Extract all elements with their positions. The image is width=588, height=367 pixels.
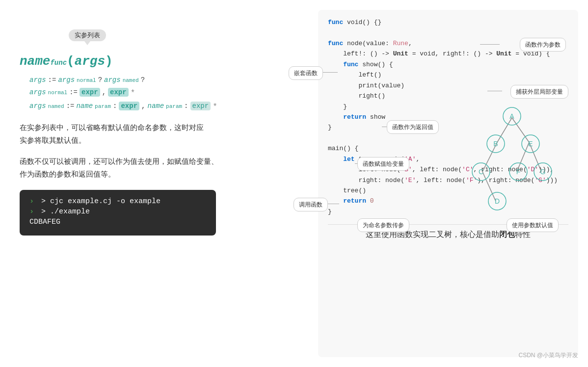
gl2-normal-sub: normal [48, 90, 68, 96]
gl1-q2: ? [141, 76, 145, 84]
svg-text:B: B [493, 140, 498, 148]
grammar-line-3: argsnamed := nameparam : expr , namepara… [29, 102, 298, 111]
gl3-expr2: expr [190, 102, 211, 110]
gl3-assign: := [66, 102, 75, 110]
callout-diaoyong: 调用函数 [294, 198, 328, 211]
gl2-expr2: expr [108, 88, 129, 97]
gl3-name2: name [147, 102, 164, 110]
gl3-ast: * [213, 103, 217, 111]
svg-line-3 [517, 142, 529, 172]
callout-qiantao: 嵌套函数 [289, 66, 323, 80]
callout-fuzhibianliang: 函数赋值给变量 [357, 157, 409, 171]
right-panel: func void() {} func node(value: Rune, le… [318, 10, 578, 357]
description-text-2: 函数不仅可以被调用，还可以作为值去使用，如赋值给变量、 作为函数的参数和返回值等… [20, 155, 298, 180]
svg-text:G: G [540, 168, 546, 176]
gl3-comma: , [141, 102, 145, 110]
formula-name: name [20, 54, 50, 69]
main-formula: name func ( args ) [20, 54, 298, 69]
gl2-assign: := [69, 88, 78, 96]
gl3-name1: name [76, 102, 93, 110]
terminal-box: › > cjc example.cj -o example › > ./exam… [20, 190, 216, 236]
desc-para-1: 在实参列表中，可以省略有默认值的命名参数，这时对应 实参将取其默认值。 [20, 121, 298, 146]
terminal-prompt-2: › [29, 208, 34, 216]
gl1-args: args [29, 76, 46, 84]
gl3-colon1: : [113, 102, 117, 110]
credit: CSDN @小菜鸟学开发 [518, 351, 578, 360]
formula-func-sub: func [50, 59, 67, 67]
code-line-5: func show() { [328, 59, 568, 70]
annot-line-qiantao [323, 72, 338, 73]
gl1-q1: ? [98, 76, 102, 84]
grammar-line-1: args := argsnormal ? argsnamed ? [29, 76, 298, 84]
formula-paren-open: ( [67, 54, 75, 69]
code-line-1: func void() {} [328, 17, 568, 27]
code-line-blank-1 [328, 27, 568, 38]
annot-line-bubuo [487, 91, 502, 91]
annot-line-hanshu [480, 44, 500, 45]
code-block: func void() {} func node(value: Rune, le… [328, 17, 568, 217]
grammar-lines: args := argsnormal ? argsnamed ? argsnor… [20, 76, 298, 111]
gl1-assign: := [48, 76, 56, 84]
gl2-ast: * [131, 89, 135, 98]
gl2-comma: , [102, 88, 106, 96]
left-panel: 实参列表 name func ( args ) args := argsnorm… [10, 10, 308, 357]
terminal-line-3: CDBAFEG [29, 218, 206, 226]
gl2-expr1: expr [80, 88, 100, 97]
gl1-named-sub: named [123, 78, 139, 83]
code-line-6: left() [328, 70, 568, 80]
svg-text:A: A [509, 112, 514, 120]
gl3-named-sub: named [48, 104, 64, 109]
callout-mingming: 为命名参数传参 [357, 218, 409, 232]
callout-hanshu-canshu: 函数作为参数 [520, 38, 566, 52]
callout-shican: 实参列表 [69, 29, 106, 41]
desc-para-2: 函数不仅可以被调用，还可以作为值去使用，如赋值给变量、 作为函数的参数和返回值等… [20, 155, 298, 180]
syntax-area: 实参列表 name func ( args ) args := argsnorm… [20, 29, 298, 111]
tree-svg: A B E C F G [460, 105, 563, 223]
gl1-argsnamed: args [104, 76, 121, 84]
terminal-line-2: › > ./example [29, 208, 206, 216]
svg-line-1 [512, 118, 529, 142]
callout-bubuo: 捕获外层局部变量 [510, 85, 568, 99]
gl1-argsnormal: args [58, 76, 75, 84]
svg-text:D: D [495, 197, 500, 205]
formula-args: args [75, 54, 105, 69]
terminal-prompt-1: › [29, 197, 34, 206]
svg-text:F: F [516, 168, 521, 176]
callout-moren: 使用参数默认值 [507, 218, 559, 232]
svg-text:E: E [528, 140, 533, 148]
gl3-param1-sub: param [95, 104, 111, 109]
description-text-1: 在实参列表中，可以省略有默认值的命名参数，这时对应 实参将取其默认值。 [20, 121, 298, 146]
gl3-argsnamed: args [29, 102, 46, 110]
svg-line-5 [482, 172, 496, 201]
svg-text:C: C [479, 168, 483, 176]
gl3-param2-sub: param [166, 104, 182, 109]
formula-paren-close: ) [105, 54, 113, 69]
gl2-argsnormal: args [29, 88, 46, 96]
terminal-line-1: › > cjc example.cj -o example [29, 197, 206, 206]
callout-fanhui: 函数作为返回值 [387, 120, 439, 134]
gl3-colon2: : [184, 102, 188, 110]
gl1-normal-sub: normal [77, 78, 96, 83]
main-container: 实参列表 name func ( args ) args := argsnorm… [0, 0, 588, 367]
gl3-expr1: expr [119, 102, 139, 110]
annot-line-diaoyong [327, 204, 339, 204]
tree-svg-container: A B E C F G [460, 105, 563, 227]
grammar-line-2: argsnormal := expr , expr * [29, 88, 298, 98]
